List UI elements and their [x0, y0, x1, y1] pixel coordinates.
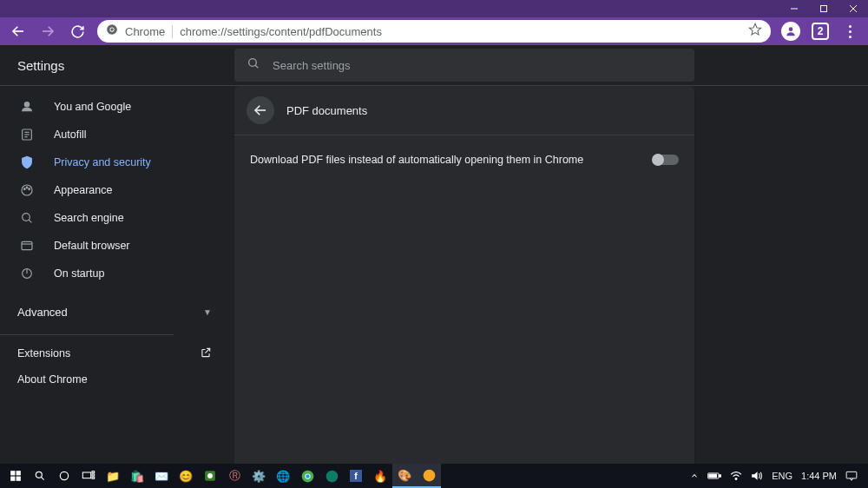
svg-marker-9 [749, 23, 760, 35]
profile-button[interactable] [778, 18, 804, 44]
pdf-download-setting[interactable]: Download PDF files instead of automatica… [234, 135, 694, 184]
svg-rect-30 [10, 471, 15, 475]
sidebar-item-label: On startup [54, 267, 104, 280]
chrome-icon [106, 23, 118, 39]
task-view-button[interactable] [76, 464, 101, 488]
settings-title: Settings [0, 58, 234, 73]
svg-rect-31 [16, 471, 21, 475]
panel-title: PDF documents [286, 104, 367, 117]
about-label: About Chrome [17, 373, 88, 386]
taskbar-app-firefox[interactable]: 🔥 [368, 464, 392, 488]
menu-button[interactable] [837, 18, 863, 44]
svg-line-12 [255, 65, 258, 68]
svg-rect-32 [10, 477, 15, 481]
svg-rect-39 [92, 474, 95, 476]
sidebar-item-you-and-google[interactable]: You and Google [0, 93, 234, 121]
settings-panel: PDF documents Download PDF files instead… [234, 86, 694, 488]
wifi-icon[interactable] [730, 471, 742, 481]
sidebar-item-label: Autofill [54, 129, 87, 141]
sidebar-item-appearance[interactable]: Appearance [0, 176, 234, 204]
forward-button[interactable] [35, 18, 61, 44]
taskbar-app-edge2[interactable] [319, 464, 344, 488]
minimize-button[interactable] [779, 0, 809, 17]
svg-line-35 [41, 477, 43, 479]
settings-search[interactable] [234, 49, 694, 82]
svg-text:f: f [354, 471, 358, 481]
sidebar-item-about[interactable]: About Chrome [0, 366, 234, 392]
sidebar-item-label: Default browser [54, 240, 130, 252]
svg-point-45 [306, 474, 309, 478]
svg-rect-33 [16, 477, 21, 481]
sidebar-item-on-startup[interactable]: On startup [0, 260, 234, 287]
taskbar-app-store[interactable]: 🛍️ [125, 464, 149, 488]
taskbar-app-camtasia[interactable] [198, 464, 222, 488]
svg-rect-38 [92, 472, 95, 473]
pdf-download-toggle[interactable] [653, 155, 679, 165]
extensions-label: Extensions [17, 347, 70, 359]
sidebar-item-privacy[interactable]: Privacy and security [0, 148, 234, 176]
sidebar-item-extensions[interactable]: Extensions [0, 340, 234, 366]
svg-rect-51 [720, 475, 721, 477]
taskbar-app-generic1[interactable]: 😊 [174, 464, 198, 488]
taskbar-app-facebook[interactable]: f [344, 464, 368, 488]
palette-icon [19, 183, 35, 197]
tab-count-button[interactable]: 2 [807, 18, 833, 44]
power-icon [19, 267, 35, 280]
search-button[interactable] [28, 464, 52, 488]
sidebar-item-label: Search engine [54, 212, 124, 224]
battery-icon[interactable] [707, 472, 721, 480]
maximize-button[interactable] [809, 0, 838, 17]
settings-search-input[interactable] [273, 59, 682, 72]
sidebar-item-search-engine[interactable]: Search engine [0, 204, 234, 232]
notifications-icon[interactable] [845, 471, 858, 481]
start-button[interactable] [3, 464, 28, 488]
tray-chevron-icon[interactable] [690, 472, 699, 480]
sidebar-advanced-toggle[interactable]: Advanced ▼ [0, 294, 234, 329]
svg-point-42 [207, 473, 213, 478]
settings-sidebar: You and Google Autofill Privacy and secu… [0, 86, 234, 488]
taskbar-app-settings[interactable]: ⚙️ [247, 464, 271, 488]
taskbar-app-chrome[interactable] [295, 464, 319, 488]
address-bar[interactable]: Chrome chrome://settings/content/pdfDocu… [97, 20, 771, 43]
svg-point-20 [26, 187, 28, 188]
taskbar-app-active[interactable] [417, 464, 441, 488]
advanced-label: Advanced [17, 306, 68, 319]
toggle-knob [652, 154, 664, 166]
svg-rect-40 [92, 477, 95, 478]
svg-rect-55 [846, 472, 857, 478]
sidebar-item-default-browser[interactable]: Default browser [0, 232, 234, 260]
external-link-icon [200, 346, 212, 361]
svg-point-8 [110, 28, 114, 31]
cortana-button[interactable] [52, 464, 76, 488]
svg-point-11 [249, 59, 257, 67]
window-titlebar [0, 0, 868, 17]
sidebar-item-label: Appearance [54, 184, 112, 196]
svg-rect-37 [82, 472, 90, 478]
search-icon [19, 211, 35, 225]
settings-main: PDF documents Download PDF files instead… [234, 86, 868, 488]
panel-back-button[interactable] [247, 96, 274, 124]
svg-rect-52 [709, 474, 717, 478]
taskbar-app-mail[interactable]: ✉️ [149, 464, 174, 488]
volume-icon[interactable] [751, 471, 763, 481]
sidebar-item-autofill[interactable]: Autofill [0, 121, 234, 148]
omnibox-url: chrome://settings/content/pdfDocuments [180, 25, 741, 38]
bookmark-star-icon[interactable] [748, 23, 762, 40]
taskbar-language[interactable]: ENG [772, 471, 792, 481]
browser-icon [19, 239, 35, 253]
svg-point-49 [423, 469, 435, 481]
reload-button[interactable] [64, 18, 90, 44]
taskbar-app-paint[interactable]: 🎨 [392, 464, 417, 488]
taskbar-clock[interactable]: 1:44 PM [801, 471, 837, 481]
taskbar-app-generic2[interactable]: Ⓡ [222, 464, 247, 488]
svg-marker-54 [752, 472, 757, 479]
svg-point-53 [735, 478, 737, 480]
taskbar-app-edge[interactable]: 🌐 [271, 464, 295, 488]
setting-label: Download PDF files instead of automatica… [250, 154, 583, 166]
back-button[interactable] [5, 18, 31, 44]
svg-line-23 [29, 220, 31, 222]
svg-point-13 [24, 102, 29, 107]
close-button[interactable] [838, 0, 868, 17]
taskbar-app-explorer[interactable]: 📁 [101, 464, 125, 488]
svg-point-34 [36, 472, 42, 478]
